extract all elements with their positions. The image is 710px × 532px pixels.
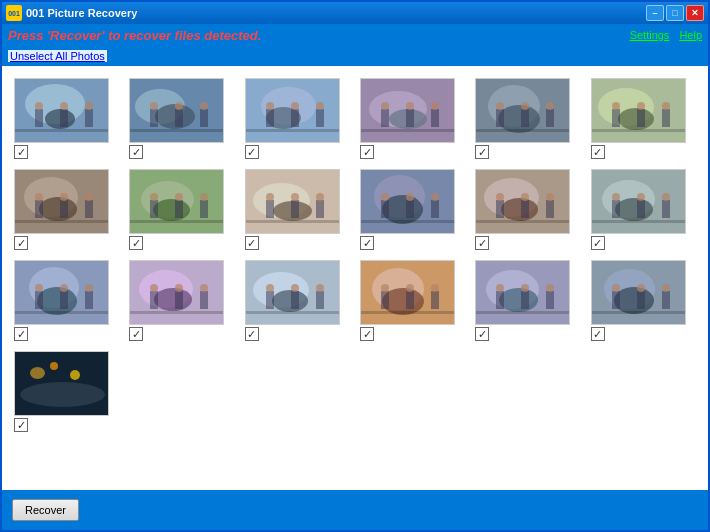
photo-cell-16 xyxy=(360,260,465,341)
photo-checkbox-4[interactable] xyxy=(360,145,374,159)
svg-point-175 xyxy=(612,284,620,292)
svg-point-1 xyxy=(25,84,85,124)
photo-checkbox-12[interactable] xyxy=(591,236,605,250)
svg-point-112 xyxy=(615,198,653,221)
svg-point-45 xyxy=(496,102,504,110)
svg-rect-36 xyxy=(406,109,414,127)
checkbox-row-5 xyxy=(475,145,489,159)
photo-checkbox-11[interactable] xyxy=(475,236,489,250)
settings-link[interactable]: Settings xyxy=(630,29,670,41)
photo-checkbox-16[interactable] xyxy=(360,327,374,341)
svg-point-122 xyxy=(37,287,77,315)
photo-checkbox-13[interactable] xyxy=(14,327,28,341)
content-area xyxy=(2,66,708,490)
svg-rect-86 xyxy=(291,200,299,218)
photo-thumb-16 xyxy=(360,260,455,325)
checkbox-row-7 xyxy=(14,236,28,250)
close-button[interactable]: ✕ xyxy=(686,5,704,21)
photo-checkbox-2[interactable] xyxy=(129,145,143,159)
photo-thumb-1 xyxy=(14,78,109,143)
svg-point-127 xyxy=(60,284,68,292)
svg-rect-98 xyxy=(431,200,439,218)
svg-rect-13 xyxy=(130,129,224,132)
svg-point-184 xyxy=(70,370,80,380)
svg-point-147 xyxy=(291,284,299,292)
unselect-all-link[interactable]: Unselect All Photos xyxy=(8,50,107,62)
photo-checkbox-9[interactable] xyxy=(245,236,259,250)
recover-button[interactable]: Recover xyxy=(12,499,79,521)
photo-checkbox-18[interactable] xyxy=(591,327,605,341)
svg-point-145 xyxy=(266,284,274,292)
svg-point-183 xyxy=(50,362,58,370)
svg-rect-3 xyxy=(15,129,109,132)
svg-rect-18 xyxy=(200,109,208,127)
photo-checkbox-6[interactable] xyxy=(591,145,605,159)
svg-point-32 xyxy=(389,109,427,129)
help-link[interactable]: Help xyxy=(679,29,702,41)
svg-rect-84 xyxy=(266,200,274,218)
photo-thumb-15 xyxy=(245,260,340,325)
photo-checkbox-14[interactable] xyxy=(129,327,143,341)
photo-checkbox-7[interactable] xyxy=(14,236,28,250)
checkbox-row-19 xyxy=(14,418,28,432)
svg-rect-63 xyxy=(15,220,109,223)
checkbox-row-16 xyxy=(360,327,374,341)
svg-point-107 xyxy=(521,193,529,201)
svg-point-2 xyxy=(45,109,75,129)
svg-rect-34 xyxy=(381,109,389,127)
svg-rect-70 xyxy=(130,170,224,234)
photo-checkbox-17[interactable] xyxy=(475,327,489,341)
svg-point-125 xyxy=(35,284,43,292)
svg-point-132 xyxy=(154,288,192,311)
photo-checkbox-8[interactable] xyxy=(129,236,143,250)
photo-grid-container[interactable] xyxy=(2,66,708,490)
svg-point-159 xyxy=(431,284,439,292)
svg-point-171 xyxy=(604,269,655,309)
photo-checkbox-15[interactable] xyxy=(245,327,259,341)
checkbox-row-6 xyxy=(591,145,605,159)
svg-rect-48 xyxy=(546,109,554,127)
photo-cell-1 xyxy=(14,78,119,159)
svg-rect-14 xyxy=(150,109,158,127)
svg-point-47 xyxy=(521,102,529,110)
svg-point-115 xyxy=(612,193,620,201)
svg-rect-53 xyxy=(592,129,686,132)
svg-point-59 xyxy=(662,102,670,110)
maximize-button[interactable]: □ xyxy=(666,5,684,21)
svg-point-119 xyxy=(662,193,670,201)
svg-rect-44 xyxy=(496,109,504,127)
svg-rect-130 xyxy=(130,261,224,325)
svg-rect-68 xyxy=(85,200,93,218)
svg-rect-90 xyxy=(361,170,455,234)
svg-rect-8 xyxy=(85,109,93,127)
svg-point-101 xyxy=(484,178,539,217)
svg-point-139 xyxy=(200,284,208,292)
svg-point-172 xyxy=(614,287,654,314)
svg-rect-83 xyxy=(246,220,340,223)
svg-rect-128 xyxy=(85,291,93,309)
photo-checkbox-10[interactable] xyxy=(360,236,374,250)
svg-point-91 xyxy=(374,175,425,218)
svg-rect-110 xyxy=(592,170,686,234)
minimize-button[interactable]: – xyxy=(646,5,664,21)
svg-point-49 xyxy=(546,102,554,110)
svg-point-55 xyxy=(612,102,620,110)
photo-checkbox-5[interactable] xyxy=(475,145,489,159)
svg-point-15 xyxy=(150,102,158,110)
svg-rect-20 xyxy=(246,79,340,143)
svg-rect-153 xyxy=(361,311,455,314)
svg-rect-46 xyxy=(521,109,529,127)
svg-rect-103 xyxy=(476,220,570,223)
photo-checkbox-19[interactable] xyxy=(14,418,28,432)
svg-point-169 xyxy=(546,284,554,292)
photo-thumb-4 xyxy=(360,78,455,143)
svg-rect-158 xyxy=(431,291,439,309)
photo-checkbox-1[interactable] xyxy=(14,145,28,159)
checkbox-row-4 xyxy=(360,145,374,159)
svg-rect-124 xyxy=(35,291,43,309)
photo-checkbox-3[interactable] xyxy=(245,145,259,159)
checkbox-row-11 xyxy=(475,236,489,250)
photo-thumb-6 xyxy=(591,78,686,143)
svg-point-85 xyxy=(266,193,274,201)
svg-rect-164 xyxy=(496,291,504,309)
